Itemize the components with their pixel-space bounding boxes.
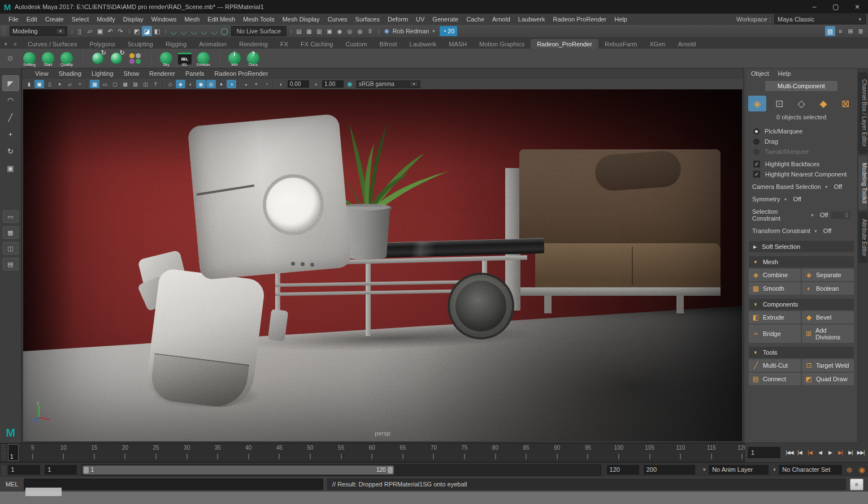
panel-menu-radeon-prorender[interactable]: Radeon ProRender — [210, 70, 274, 77]
use-all-lights-icon[interactable]: ◉ — [196, 80, 206, 88]
constraint-value-field[interactable]: 0 — [831, 212, 850, 219]
menu-arnold[interactable]: Arnold — [488, 16, 514, 23]
resolution-gate-icon[interactable]: ▢ — [110, 80, 120, 88]
color-transform-dropdown[interactable]: sRGB gamma ▼ — [356, 80, 420, 88]
menu-deform[interactable]: Deform — [384, 16, 412, 23]
character-controls-toggle-icon[interactable]: ≡ — [835, 26, 845, 36]
shelf-tab-xgen[interactable]: XGen — [644, 39, 672, 49]
section-divider[interactable]: ❘ — [289, 26, 292, 36]
shelf-editor-icon[interactable]: ⊙ — [5, 54, 16, 62]
snap-viewplane-icon[interactable]: ◡ — [209, 26, 219, 36]
soft-selection-header[interactable]: ▶ Soft Selection — [749, 241, 854, 252]
menu-mesh-tools[interactable]: Mesh Tools — [239, 16, 278, 23]
panel-menu-show[interactable]: Show — [119, 70, 145, 77]
shadows-icon[interactable]: ◎ — [206, 80, 216, 88]
option-selection-constraint[interactable]: Selection Constraint▼Off0 — [745, 205, 857, 225]
viewport-canvas[interactable]: y persp — [23, 89, 742, 441]
rpr-create-emissive-button[interactable]: Emissiv — [195, 50, 212, 67]
open-scene-icon[interactable]: ▱ — [85, 26, 95, 36]
option-transform-constraint[interactable]: Transform Constraint▼Off — [745, 225, 857, 237]
shaded-mode-icon[interactable]: ◈ — [176, 80, 185, 88]
pause-icon[interactable]: II — [365, 26, 375, 36]
gate-mask-icon[interactable]: ▩ — [120, 80, 130, 88]
step-back-key-button[interactable]: |◀ — [805, 450, 815, 455]
menu-set-dropdown[interactable]: Modeling ▼ — [10, 26, 67, 36]
extrude-button[interactable]: ◧Extrude — [749, 311, 801, 324]
isolate-select-icon[interactable]: ◔ — [262, 80, 271, 88]
panel-menu-renderer[interactable]: Renderer — [144, 70, 180, 77]
multi-cut-button[interactable]: ╱Multi-Cut — [749, 359, 801, 372]
go-to-end-button[interactable]: ▶▶| — [856, 450, 866, 455]
menu-laubwerk[interactable]: Laubwerk — [514, 16, 549, 23]
menu-help[interactable]: Help — [610, 16, 631, 23]
render-current-frame-icon[interactable]: ▦ — [304, 26, 314, 36]
safe-title-icon[interactable]: T — [151, 80, 160, 88]
four-pane-layout-button[interactable]: ▦ — [3, 226, 19, 239]
menu-radeon-prorender[interactable]: Radeon ProRender — [549, 16, 611, 23]
edge-select-mode-icon[interactable]: ◇ — [792, 96, 810, 111]
display-alpha-icon[interactable]: ◎ — [345, 26, 355, 36]
panel-menu-shading[interactable]: Shading — [54, 70, 86, 77]
trial-time-badge[interactable]: ◔ 20 — [440, 26, 457, 36]
snap-curve-icon[interactable]: ◡ — [179, 26, 189, 36]
single-pane-layout-button[interactable]: ▭ — [3, 210, 19, 223]
anim-layer-dropdown[interactable]: No Anim Layer — [709, 465, 769, 475]
safe-action-icon[interactable]: ◫ — [141, 80, 150, 88]
workspace-dropdown[interactable]: Maya Classic ▼ — [774, 14, 866, 24]
range-slider-track[interactable]: 1 120 — [81, 464, 601, 476]
contrast-field[interactable]: 1.00 — [322, 80, 344, 88]
shelf-tab-rebusfarm[interactable]: RebusFarm — [598, 39, 643, 49]
multi-component-button[interactable]: Multi-Component — [765, 80, 838, 92]
character-set-dropdown[interactable]: No Character Set — [779, 465, 842, 475]
menu-select[interactable]: Select — [68, 16, 93, 23]
step-back-frame-button[interactable]: |◀ — [795, 450, 805, 455]
toolkit-menu-object[interactable]: Object — [751, 70, 769, 77]
snap-point-icon[interactable]: ◡ — [189, 26, 199, 36]
textured-mode-icon[interactable]: ◐ — [186, 80, 196, 88]
shelf-tab-sculpting[interactable]: Sculpting — [121, 39, 159, 49]
bevel-button[interactable]: ◆Bevel — [802, 311, 854, 324]
motion-blur-icon[interactable]: ◑ — [227, 80, 236, 88]
channel-box-toggle-icon[interactable]: ▥ — [825, 26, 835, 36]
grid-toggle-icon[interactable]: ▦ — [90, 80, 99, 88]
checkbox-highlight-backfaces[interactable]: ✓Highlight Backfaces — [745, 159, 857, 169]
attribute-editor-toggle-icon[interactable]: ≣ — [856, 26, 866, 36]
animation-start-field[interactable]: 1 — [8, 465, 40, 475]
texture-bake-icon[interactable]: ◍ — [355, 26, 365, 36]
display-rgb-icon[interactable]: ◉ — [335, 26, 345, 36]
shelf-tab-fx-caching[interactable]: FX Caching — [294, 39, 339, 49]
boolean-button[interactable]: ◐Boolean — [802, 282, 854, 295]
rpr-material-swatches-button[interactable] — [127, 50, 144, 67]
rpr-start-render-button[interactable]: Start — [40, 50, 57, 67]
title-bar[interactable]: M Autodesk Maya 2017: E:\CLIENTS\DA\AMD … — [0, 0, 868, 14]
chevron-down-icon[interactable]: ▼ — [772, 467, 776, 472]
section-header-mesh[interactable]: ▼Mesh — [749, 256, 854, 268]
script-editor-button[interactable]: ≡ — [850, 479, 863, 490]
radio-drag[interactable]: Drag — [745, 136, 857, 147]
step-forward-frame-button[interactable]: ▶| — [845, 450, 856, 455]
contrast-icon[interactable]: ◑ — [311, 80, 320, 88]
section-divider[interactable]: ❘ — [127, 26, 130, 36]
save-scene-icon[interactable]: ▣ — [95, 26, 105, 36]
menu-create[interactable]: Create — [41, 16, 68, 23]
paint-selection-tool-button[interactable]: ╱ — [3, 110, 19, 124]
menu-edit-mesh[interactable]: Edit Mesh — [203, 16, 239, 23]
lasso-tool-button[interactable]: ◠ — [3, 93, 19, 107]
add-anim-layer-icon[interactable]: ⊕ — [843, 466, 856, 474]
range-start-handle[interactable] — [84, 467, 89, 473]
play-backwards-button[interactable]: ◀ — [815, 450, 825, 455]
menu-uv[interactable]: UV — [412, 16, 428, 23]
play-forwards-button[interactable]: ▶ — [825, 450, 835, 455]
select-tool-button[interactable]: ◤ — [3, 76, 19, 91]
menu-curves[interactable]: Curves — [324, 16, 351, 23]
outliner-layout-button[interactable]: ▤ — [3, 258, 19, 270]
pan-zoom-icon[interactable]: + — [75, 80, 85, 88]
select-component-icon[interactable]: ◧ — [152, 26, 162, 36]
shelf-tab-radeon-prorender[interactable]: Radeon_ProRender — [531, 39, 598, 49]
menu-generate[interactable]: Generate — [428, 16, 462, 23]
tab-channel-box-layer-editor[interactable]: Channel Box / Layer Editor — [858, 72, 867, 154]
image-plane-icon[interactable]: ▱ — [65, 80, 75, 88]
radio-pick-marquee[interactable]: Pick/Marquee — [745, 126, 857, 136]
film-gate-icon[interactable]: ▭ — [100, 80, 110, 88]
shelf-tab-laubwerk[interactable]: Laubwerk — [403, 39, 443, 49]
